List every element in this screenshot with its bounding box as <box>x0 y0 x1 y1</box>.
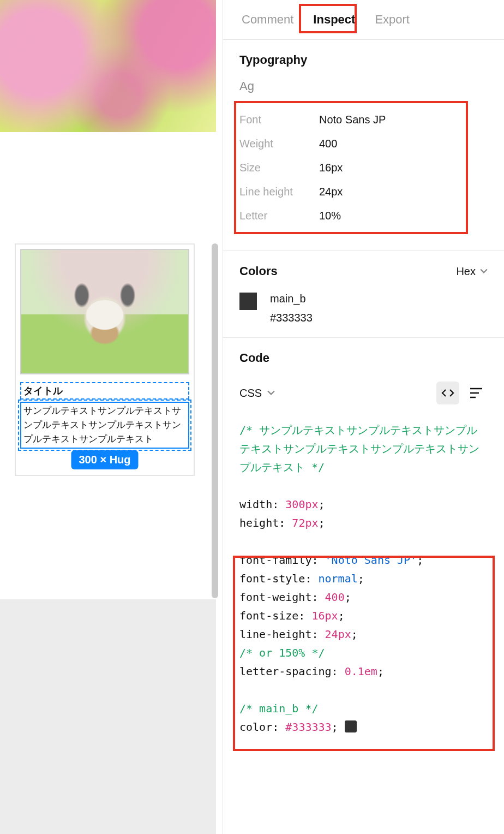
typography-size-row: Size 16px <box>239 156 463 180</box>
card-title-text-layer[interactable]: タイトル <box>20 382 189 400</box>
code-comment: /* or 150% */ <box>239 646 325 659</box>
code-prop: color: <box>239 720 279 734</box>
code-val: 300px <box>285 498 318 511</box>
typography-letter-value[interactable]: 10% <box>319 210 341 222</box>
code-val: 'Noto Sans JP' <box>325 553 417 567</box>
typography-section: Typography Ag Font Noto Sans JP Weight 4… <box>223 40 504 251</box>
code-val: 0.1em <box>345 665 377 678</box>
code-val: #333333 <box>285 720 331 734</box>
code-prop: font-weight: <box>239 591 319 604</box>
typography-weight-value[interactable]: 400 <box>319 138 337 150</box>
chevron-down-icon <box>267 389 275 397</box>
color-format-value: Hex <box>456 265 476 278</box>
card-body-text-layer-selected[interactable]: サンプルテキストサンプルテキストサンプルテキストサンプルテキストサンプルテキスト… <box>20 402 189 449</box>
chevron-down-icon <box>480 267 488 275</box>
typography-weight-row: Weight 400 <box>239 132 463 156</box>
code-val: 24px <box>325 628 351 641</box>
selection-dimensions-badge: 300 × Hug <box>71 450 138 469</box>
code-val: 400 <box>325 591 345 604</box>
code-prop: letter-spacing: <box>239 665 338 678</box>
canvas-background-image <box>0 0 216 132</box>
typography-weight-label: Weight <box>239 138 319 150</box>
typography-properties-highlight: Font Noto Sans JP Weight 400 Size 16px L… <box>234 101 468 234</box>
typography-size-value[interactable]: 16px <box>319 162 343 174</box>
code-heading: Code <box>239 351 269 365</box>
panel-tabs: Comment Inspect Export <box>223 0 504 40</box>
typography-lineheight-row: Line height 24px <box>239 180 463 204</box>
color-hex: #333333 <box>270 312 313 324</box>
typography-sample: Ag <box>239 79 488 93</box>
typography-font-row: Font Noto Sans JP <box>239 108 463 132</box>
code-val: 72px <box>292 516 318 529</box>
design-card-frame[interactable]: タイトル サンプルテキストサンプルテキストサンプルテキストサンプルテキストサンプ… <box>15 243 195 476</box>
typography-heading: Typography <box>239 53 488 67</box>
inline-color-swatch <box>345 720 357 732</box>
code-comment-selector: /* サンプルテキストサンプルテキストサンプルテキストサンプルテキストサンプルテ… <box>239 424 479 474</box>
code-val: 16px <box>311 609 338 622</box>
color-format-dropdown[interactable]: Hex <box>456 265 488 278</box>
code-brackets-icon <box>441 386 454 400</box>
inspect-panel: Comment Inspect Export Typography Ag Fon… <box>223 0 504 834</box>
tab-comment[interactable]: Comment <box>239 9 296 30</box>
typography-letter-row: Letter 10% <box>239 204 463 228</box>
canvas-backdrop <box>0 599 216 834</box>
color-name: main_b <box>270 293 313 305</box>
code-prop: font-family: <box>239 553 319 567</box>
code-prop: line-height: <box>239 628 319 641</box>
code-output[interactable]: /* サンプルテキストサンプルテキストサンプルテキストサンプルテキストサンプルテ… <box>239 421 488 736</box>
tab-inspect[interactable]: Inspect <box>311 9 357 30</box>
typography-font-label: Font <box>239 114 319 126</box>
canvas-scrollbar[interactable] <box>212 243 218 598</box>
code-language-dropdown[interactable]: CSS <box>239 387 275 400</box>
card-image[interactable] <box>20 249 189 374</box>
typography-lineheight-value[interactable]: 24px <box>319 186 343 198</box>
code-prop: font-style: <box>239 572 311 585</box>
code-language-value: CSS <box>239 387 262 400</box>
code-table-button[interactable] <box>465 382 488 404</box>
typography-font-value[interactable]: Noto Sans JP <box>319 114 386 126</box>
tab-export[interactable]: Export <box>373 9 412 30</box>
code-view-button[interactable] <box>436 382 459 404</box>
color-swatch <box>239 293 257 310</box>
code-prop: font-size: <box>239 609 305 622</box>
list-icon <box>470 388 482 398</box>
typography-lineheight-label: Line height <box>239 186 319 198</box>
code-comment: /* main_b */ <box>239 702 319 715</box>
code-prop: height: <box>239 516 285 529</box>
canvas-area[interactable]: タイトル サンプルテキストサンプルテキストサンプルテキストサンプルテキストサンプ… <box>0 0 223 834</box>
color-item[interactable]: main_b #333333 <box>239 293 488 324</box>
dog-photo-placeholder <box>64 277 146 359</box>
colors-section: Colors Hex main_b #333333 <box>223 251 504 338</box>
code-section: Code CSS /* サンプルテキストサンプルテキストサンプルテキストサンプル… <box>223 338 504 749</box>
typography-letter-label: Letter <box>239 210 319 222</box>
typography-size-label: Size <box>239 162 319 174</box>
code-val: normal <box>319 572 358 585</box>
code-prop: width: <box>239 498 279 511</box>
colors-heading: Colors <box>239 264 278 278</box>
